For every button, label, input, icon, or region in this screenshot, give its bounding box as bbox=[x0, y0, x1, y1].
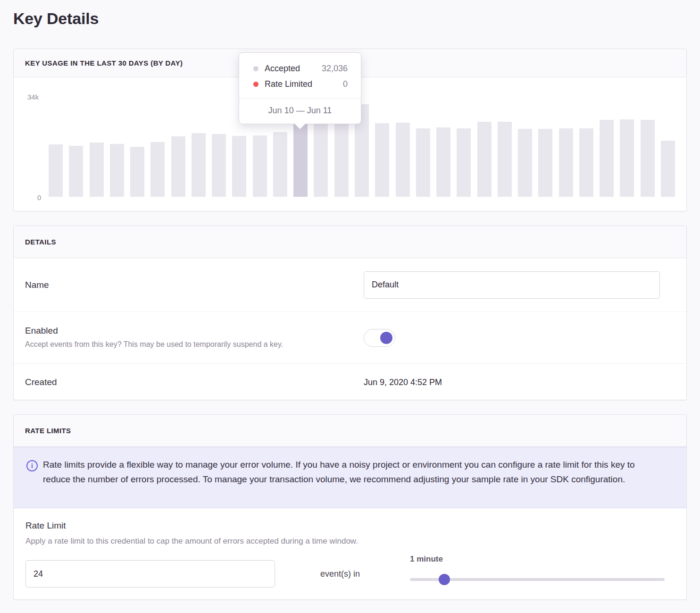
chart-bar[interactable] bbox=[579, 128, 593, 197]
created-label: Created bbox=[25, 377, 352, 387]
rate-limits-info-text: Rate limits provide a flexible way to ma… bbox=[43, 457, 653, 487]
chart-bar[interactable] bbox=[171, 136, 185, 197]
chart-bar[interactable] bbox=[620, 119, 634, 197]
chart-tooltip: Accepted 32,036 Rate Limited 0 Jun 10 — … bbox=[239, 52, 361, 124]
chart-bar[interactable] bbox=[375, 123, 389, 197]
details-panel-header: DETAILS bbox=[14, 226, 686, 258]
chart-bar[interactable] bbox=[334, 121, 349, 197]
rate-window-slider-group: 1 minute bbox=[410, 554, 665, 581]
chart-bar[interactable] bbox=[498, 122, 512, 197]
chart-bar[interactable] bbox=[192, 133, 206, 197]
created-value: Jun 9, 2020 4:52 PM bbox=[364, 378, 442, 387]
chart-bar[interactable] bbox=[232, 136, 246, 197]
chart-bar[interactable] bbox=[416, 128, 430, 197]
chart-bar[interactable] bbox=[641, 120, 655, 197]
tooltip-row-accepted: Accepted 32,036 bbox=[253, 61, 348, 76]
enabled-row: Enabled Accept events from this key? Thi… bbox=[14, 312, 686, 364]
chart-bar[interactable] bbox=[69, 146, 83, 197]
events-in-label: event(s) in bbox=[320, 560, 360, 588]
chart-bar[interactable] bbox=[150, 142, 165, 197]
chart-bar[interactable] bbox=[90, 143, 104, 197]
chart-bar[interactable] bbox=[314, 121, 328, 197]
details-panel: DETAILS Name Enabled Accept events from … bbox=[13, 226, 687, 400]
chart-bar[interactable] bbox=[49, 144, 63, 197]
chart-bar[interactable] bbox=[518, 129, 532, 197]
tooltip-series-label: Rate Limited bbox=[265, 79, 312, 89]
rate-limit-label: Rate Limit bbox=[25, 521, 665, 531]
y-axis-max-label: 34k bbox=[27, 93, 39, 101]
rate-window-slider[interactable] bbox=[410, 578, 665, 581]
enabled-toggle[interactable] bbox=[364, 329, 395, 347]
tooltip-series-value: 0 bbox=[343, 79, 348, 89]
rate-limits-info-alert: i Rate limits provide a flexible way to … bbox=[14, 447, 686, 508]
bar-plot bbox=[49, 96, 675, 197]
chart-bar[interactable] bbox=[293, 123, 308, 197]
chart-bar[interactable] bbox=[600, 120, 614, 197]
chart-bar[interactable] bbox=[130, 147, 144, 197]
chart-bar[interactable] bbox=[661, 141, 675, 197]
name-label: Name bbox=[25, 280, 352, 290]
rate-limited-dot-icon bbox=[253, 82, 258, 87]
chart-bar[interactable] bbox=[253, 135, 267, 197]
enabled-help-text: Accept events from this key? This may be… bbox=[25, 339, 352, 350]
rate-limits-panel: RATE LIMITS i Rate limits provide a flex… bbox=[13, 414, 687, 600]
enabled-label: Enabled bbox=[25, 326, 352, 336]
chart-bar[interactable] bbox=[457, 128, 471, 197]
rate-window-slider-thumb[interactable] bbox=[439, 574, 450, 585]
chart-bar[interactable] bbox=[538, 129, 552, 197]
rate-limit-row: Rate Limit Apply a rate limit to this cr… bbox=[14, 508, 686, 600]
toggle-knob bbox=[380, 332, 392, 344]
rate-limit-count-input[interactable] bbox=[25, 560, 275, 588]
chart-bar[interactable] bbox=[212, 134, 226, 197]
rate-limits-panel-header: RATE LIMITS bbox=[14, 415, 686, 447]
chart-bar[interactable] bbox=[436, 127, 450, 197]
tooltip-series-label: Accepted bbox=[265, 64, 300, 74]
chart-bar[interactable] bbox=[110, 144, 124, 197]
key-usage-panel: KEY USAGE IN THE LAST 30 DAYS (BY DAY) 3… bbox=[13, 49, 687, 211]
tooltip-row-rate-limited: Rate Limited 0 bbox=[253, 76, 348, 92]
accepted-dot-icon bbox=[253, 66, 258, 71]
chart-bar[interactable] bbox=[477, 122, 492, 197]
info-icon: i bbox=[26, 460, 38, 471]
page-title: Key Details bbox=[13, 9, 99, 28]
rate-limit-help-text: Apply a rate limit to this credential to… bbox=[25, 537, 665, 546]
created-row: Created Jun 9, 2020 4:52 PM bbox=[14, 364, 686, 401]
name-row: Name bbox=[14, 258, 686, 312]
chart-bar[interactable] bbox=[396, 123, 410, 197]
chart-bar[interactable] bbox=[559, 128, 573, 197]
tooltip-series-value: 32,036 bbox=[322, 64, 348, 74]
y-axis-min-label: 0 bbox=[37, 193, 41, 202]
chart-bar[interactable] bbox=[273, 132, 287, 197]
name-input[interactable] bbox=[364, 271, 660, 299]
rate-window-value-label: 1 minute bbox=[410, 554, 665, 564]
